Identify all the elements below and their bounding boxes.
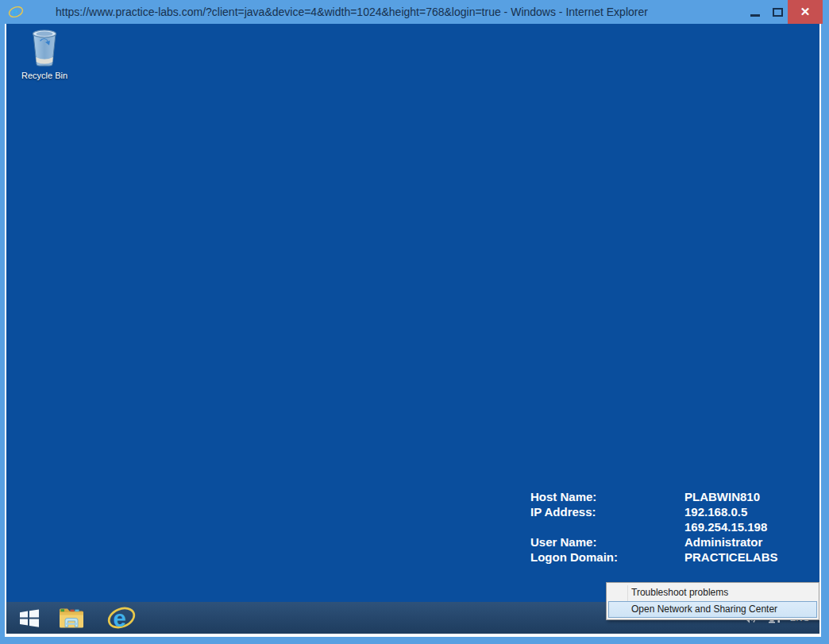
recycle-bin-shortcut[interactable]: Recycle Bin: [14, 27, 75, 80]
start-button[interactable]: [13, 602, 46, 634]
titlebar: e https://www.practice-labs.com/?client=…: [0, 0, 829, 24]
bginfo-row: 169.254.15.198: [530, 519, 778, 534]
bginfo-value: 169.254.15.198: [684, 519, 767, 534]
file-explorer-button[interactable]: [54, 602, 89, 634]
minimize-icon: [750, 14, 760, 17]
internet-explorer-icon: e: [107, 605, 136, 631]
recycle-bin-label: Recycle Bin: [14, 71, 75, 80]
bginfo-row: Host Name: PLABWIN810: [530, 489, 778, 504]
bginfo-value: PRACTICELABS: [684, 550, 778, 565]
maximize-icon: [773, 8, 783, 17]
network-context-menu: Troubleshoot problems Open Network and S…: [606, 582, 819, 620]
bginfo-label: [530, 519, 684, 534]
svg-text:e: e: [113, 605, 125, 631]
bginfo-row: Logon Domain: PRACTICELABS: [530, 550, 778, 565]
menu-item-open-network-sharing-center[interactable]: Open Network and Sharing Center: [608, 601, 817, 618]
ie-window: e https://www.practice-labs.com/?client=…: [0, 0, 829, 644]
recycle-bin-icon: [29, 27, 60, 68]
window-title: https://www.practice-labs.com/?client=ja…: [56, 0, 648, 24]
remote-desktop[interactable]: Recycle Bin Host Name: PLABWIN810 IP Add…: [6, 24, 819, 634]
minimize-button[interactable]: [743, 0, 767, 24]
bginfo-panel: Host Name: PLABWIN810 IP Address: 192.16…: [530, 489, 778, 565]
bginfo-value: PLABWIN810: [684, 489, 760, 504]
bginfo-label: Logon Domain:: [530, 550, 684, 565]
internet-explorer-taskbar-button[interactable]: e: [103, 602, 140, 634]
svg-text:e: e: [12, 5, 19, 18]
bginfo-label: User Name:: [530, 534, 684, 550]
bginfo-row: IP Address: 192.168.0.5: [530, 504, 778, 519]
internet-explorer-icon: e: [8, 4, 24, 20]
bginfo-label: IP Address:: [530, 504, 684, 519]
bginfo-value: 192.168.0.5: [684, 504, 747, 519]
close-button[interactable]: ✕: [788, 0, 823, 24]
windows-logo-icon: [19, 609, 40, 627]
menu-item-troubleshoot[interactable]: Troubleshoot problems: [608, 584, 817, 601]
maximize-button[interactable]: [767, 0, 788, 24]
file-explorer-icon: [58, 607, 85, 630]
bginfo-value: Administrator: [684, 534, 762, 550]
bginfo-row: User Name: Administrator: [530, 534, 778, 550]
bginfo-label: Host Name:: [530, 489, 684, 504]
